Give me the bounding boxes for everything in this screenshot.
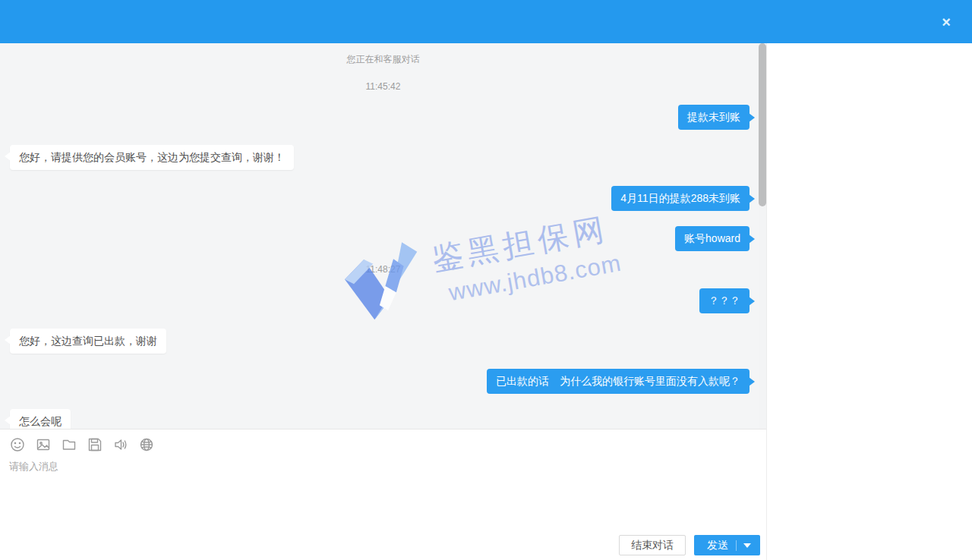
image-icon[interactable] [36,437,51,452]
message-row: 提款未到账 [0,105,766,130]
save-icon[interactable] [87,437,103,452]
message-row: 怎么会呢 [0,409,766,429]
side-panel [767,43,972,560]
audio-icon[interactable] [113,437,128,452]
timestamp: 11:48:27 [0,264,766,275]
chat-bubble-outgoing: 已出款的话 为什么我的银行账号里面没有入款呢？ [487,369,750,394]
emoji-icon[interactable] [10,437,25,452]
composer: 结束对话 发送 [0,429,766,560]
scrollbar-thumb[interactable] [759,43,766,206]
close-icon[interactable]: × [939,13,954,31]
send-button-label: 发送 [707,539,728,552]
chat-bubble-outgoing: 4月11日的提款288未到账 [611,186,750,211]
chat-bubble-incoming: 您好，这边查询已出款，谢谢 [10,329,166,354]
scrollbar-track[interactable] [759,43,766,429]
composer-toolbar [0,429,766,452]
chat-bubble-incoming: 怎么会呢 [10,409,71,429]
message-row: ？？？ [0,288,766,313]
message-list: 您正在和客服对话 11:45:42 提款未到账 您好，请提供您的会员账号，这边为… [0,43,766,429]
timestamp: 11:45:42 [0,81,766,92]
chat-bubble-outgoing: 提款未到账 [678,105,750,130]
send-button-divider [736,540,737,551]
chat-bubble-outgoing: ？？？ [699,288,750,313]
end-chat-button[interactable]: 结束对话 [619,535,686,555]
message-row: 4月11日的提款288未到账 [0,186,766,211]
message-row: 您好，这边查询已出款，谢谢 [0,329,766,354]
message-row: 您好，请提供您的会员账号，这边为您提交查询，谢谢！ [0,145,766,170]
chevron-down-icon[interactable] [743,543,751,548]
message-row: 已出款的话 为什么我的银行账号里面没有入款呢？ [0,369,766,394]
chat-window-header: × [0,0,972,43]
composer-actions: 结束对话 发送 [619,535,760,555]
main-area: 您正在和客服对话 11:45:42 提款未到账 您好，请提供您的会员账号，这边为… [0,43,972,560]
chat-bubble-outgoing: 账号howard [675,226,750,251]
chat-panel: 您正在和客服对话 11:45:42 提款未到账 您好，请提供您的会员账号，这边为… [0,43,767,560]
message-input[interactable] [8,458,661,524]
globe-icon[interactable] [139,437,154,452]
folder-icon[interactable] [62,437,77,452]
chat-bubble-incoming: 您好，请提供您的会员账号，这边为您提交查询，谢谢！ [10,145,294,170]
message-row: 账号howard [0,226,766,251]
send-button[interactable]: 发送 [694,535,760,555]
chat-status-text: 您正在和客服对话 [0,54,766,64]
